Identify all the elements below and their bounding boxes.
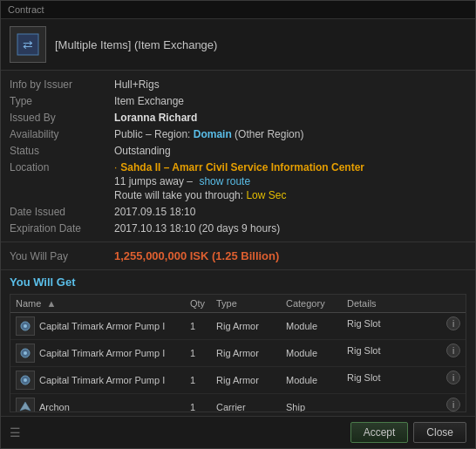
info-by-issuer-value: Hull+Rigs xyxy=(114,78,466,92)
menu-icon[interactable]: ☰ xyxy=(10,425,21,439)
availability-value: Public – Region: Domain (Other Region) xyxy=(114,127,466,141)
location-value: · Sahda II – Amarr Civil Service Informa… xyxy=(114,160,466,202)
route-row: Route will take you through: Low Sec xyxy=(114,188,466,202)
availability-label: Availability xyxy=(10,127,114,141)
item-name: Capital Trimark Armor Pump I xyxy=(39,348,165,358)
item-name: Capital Trimark Armor Pump I xyxy=(39,375,165,385)
sort-arrow-icon: ▲ xyxy=(46,298,56,309)
availability-public: Public – Region: xyxy=(114,128,190,140)
contract-title: [Multiple Items] (Item Exchange) xyxy=(55,38,217,51)
status-label: Status xyxy=(10,144,114,158)
get-title: You Will Get xyxy=(10,276,466,289)
contract-window: Contract ⇄ [Multiple Items] (Item Exchan… xyxy=(0,0,476,449)
issued-by-label: Issued By xyxy=(10,111,114,125)
status-row: Status Outstanding xyxy=(10,142,466,159)
location-row: Location · Sahda II – Amarr Civil Servic… xyxy=(10,159,466,203)
accept-button[interactable]: Accept xyxy=(350,422,409,443)
status-value: Outstanding xyxy=(114,144,466,158)
info-by-issuer-label: Info by Issuer xyxy=(10,78,114,92)
svg-point-5 xyxy=(24,351,27,355)
window-title: Contract xyxy=(8,4,44,15)
table-header: Name ▲ Qty Type Category D xyxy=(10,295,466,313)
expiration-row: Expiration Date 2017.10.13 18:10 (20 day… xyxy=(10,220,466,236)
col-name-header[interactable]: Name ▲ xyxy=(10,295,185,313)
date-issued-label: Date Issued xyxy=(10,205,114,219)
item-name: Archon xyxy=(39,402,70,412)
col-details-header[interactable]: Details xyxy=(342,295,466,313)
svg-point-7 xyxy=(24,378,27,382)
date-issued-value: 2017.09.15 18:10 xyxy=(114,205,466,219)
item-type: Carrier xyxy=(211,394,281,413)
show-route-link[interactable]: show route xyxy=(199,175,250,187)
exchange-icon: ⇄ xyxy=(16,32,40,57)
availability-other: (Other Region) xyxy=(235,128,303,140)
item-qty: 1 xyxy=(185,394,211,413)
type-value: Item Exchange xyxy=(114,94,466,108)
get-section: You Will Get Name ▲ Qty Type xyxy=(1,270,475,416)
item-details: i xyxy=(342,394,466,412)
item-qty: 1 xyxy=(185,313,211,340)
table-row: Capital Trimark Armor Pump I1Rig ArmorMo… xyxy=(10,340,466,367)
jumps-text: 11 jumps away – xyxy=(114,175,193,187)
item-category: Module xyxy=(281,367,342,394)
item-category: Ship xyxy=(281,394,342,413)
svg-marker-8 xyxy=(20,402,31,411)
item-name-cell: Capital Trimark Armor Pump I xyxy=(10,367,185,394)
expiration-value: 2017.10.13 18:10 (20 days 9 hours) xyxy=(114,221,466,235)
issued-by-value: Loranna Richard xyxy=(114,111,466,125)
expiration-label: Expiration Date xyxy=(10,221,114,235)
type-row: Type Item Exchange xyxy=(10,92,466,109)
title-bar: Contract xyxy=(1,1,475,19)
item-icon xyxy=(16,371,35,390)
item-type: Rig Armor xyxy=(211,367,281,394)
item-name-cell: Capital Trimark Armor Pump I xyxy=(10,340,185,367)
item-category: Module xyxy=(281,313,342,340)
pay-section: You Will Pay 1,255,000,000 ISK (1.25 Bil… xyxy=(1,242,475,270)
item-details: Rig Sloti xyxy=(342,367,466,388)
date-issued-row: Date Issued 2017.09.15 18:10 xyxy=(10,203,466,220)
col-qty-header[interactable]: Qty xyxy=(185,295,211,313)
info-button[interactable]: i xyxy=(446,371,460,384)
item-name-cell: Archon xyxy=(10,394,185,413)
item-type: Rig Armor xyxy=(211,313,281,340)
close-button[interactable]: Close xyxy=(413,422,466,443)
items-table: Name ▲ Qty Type Category D xyxy=(10,295,466,412)
item-category: Module xyxy=(281,340,342,367)
footer: ☰ Accept Close xyxy=(1,416,475,448)
sec-level: Low Sec xyxy=(246,189,286,201)
info-by-issuer-row: Info by Issuer Hull+Rigs xyxy=(10,76,466,92)
item-type: Rig Armor xyxy=(211,340,281,367)
info-button[interactable]: i xyxy=(446,398,460,412)
items-table-container: Name ▲ Qty Type Category D xyxy=(10,294,466,412)
item-qty: 1 xyxy=(185,340,211,367)
info-button[interactable]: i xyxy=(446,316,460,330)
footer-left: ☰ xyxy=(10,425,28,439)
item-icon xyxy=(16,316,35,336)
footer-buttons: Accept Close xyxy=(350,422,466,443)
route-text: Route will take you through: xyxy=(114,189,243,201)
jumps-row: 11 jumps away – show route xyxy=(114,174,466,188)
contract-icon: ⇄ xyxy=(10,26,46,63)
contract-header: ⇄ [Multiple Items] (Item Exchange) xyxy=(1,19,475,71)
location-line: · Sahda II – Amarr Civil Service Informa… xyxy=(114,160,466,174)
item-icon xyxy=(16,398,35,412)
availability-row: Availability Public – Region: Domain (Ot… xyxy=(10,126,466,142)
item-qty: 1 xyxy=(185,367,211,394)
info-section: Info by Issuer Hull+Rigs Type Item Excha… xyxy=(1,71,475,242)
table-row: Archon1CarrierShipi xyxy=(10,394,466,413)
type-label: Type xyxy=(10,94,114,108)
items-tbody: Capital Trimark Armor Pump I1Rig ArmorMo… xyxy=(10,313,466,413)
item-details: Rig Sloti xyxy=(342,313,466,334)
info-button[interactable]: i xyxy=(446,344,460,357)
pay-label: You Will Pay xyxy=(10,250,114,262)
svg-text:⇄: ⇄ xyxy=(23,38,33,51)
table-row: Capital Trimark Armor Pump I1Rig ArmorMo… xyxy=(10,313,466,340)
location-bullet: · xyxy=(114,160,117,174)
location-label: Location xyxy=(10,160,114,202)
pay-amount: 1,255,000,000 ISK (1.25 Billion) xyxy=(114,249,279,262)
issued-by-row: Issued By Loranna Richard xyxy=(10,109,466,126)
item-icon xyxy=(16,344,35,363)
col-category-header[interactable]: Category xyxy=(281,295,342,313)
item-name: Capital Trimark Armor Pump I xyxy=(39,321,165,331)
col-type-header[interactable]: Type xyxy=(211,295,281,313)
